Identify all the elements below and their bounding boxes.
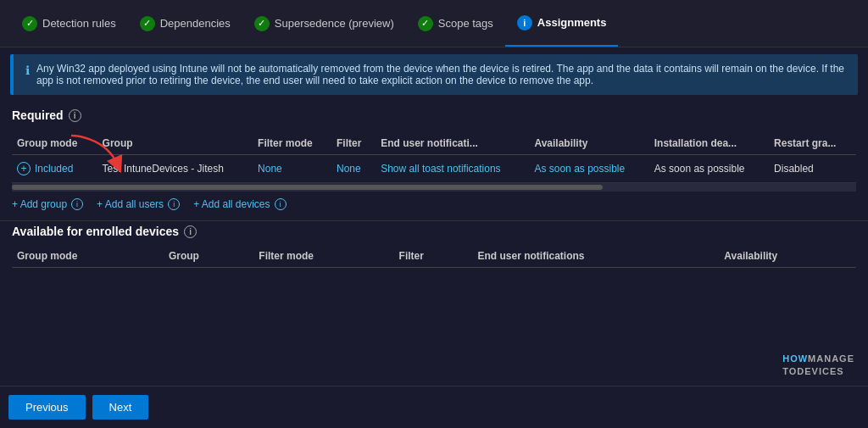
required-info-icon[interactable]: i bbox=[69, 109, 81, 122]
add-group-link[interactable]: + Add group i bbox=[12, 198, 83, 210]
table-row: + Included bbox=[12, 155, 856, 183]
cell-installation-deadline: As soon as possible bbox=[649, 155, 769, 183]
avail-col-group-mode: Group mode bbox=[12, 245, 164, 268]
add-group-info-icon[interactable]: i bbox=[71, 198, 83, 210]
banner-info-icon: ℹ bbox=[25, 64, 30, 86]
nav-label-detection: Detection rules bbox=[42, 17, 116, 30]
col-group-mode: Group mode bbox=[12, 132, 97, 155]
nav-label-assignments: Assignments bbox=[537, 16, 607, 29]
required-title-text: Required bbox=[12, 108, 64, 122]
available-section: Available for enrolled devices i Group m… bbox=[0, 220, 868, 270]
add-all-users-label: + Add all users bbox=[97, 198, 164, 210]
check-icon-dependencies: ✓ bbox=[140, 16, 155, 31]
col-availability: Availability bbox=[529, 132, 648, 155]
nav-item-assignments[interactable]: i Assignments bbox=[505, 0, 619, 47]
available-table: Group mode Group Filter mode Filter End … bbox=[12, 245, 856, 268]
available-section-title: Available for enrolled devices i bbox=[12, 225, 856, 238]
available-header-row: Group mode Group Filter mode Filter End … bbox=[12, 245, 856, 268]
required-table-container: Group mode Group Filter mode Filter End … bbox=[12, 132, 856, 183]
installation-deadline-value: As soon as possible bbox=[654, 163, 745, 175]
add-all-users-link[interactable]: + Add all users i bbox=[97, 198, 180, 210]
main-content: ℹ Any Win32 app deployed using Intune wi… bbox=[0, 47, 868, 428]
top-navigation: ✓ Detection rules ✓ Dependencies ✓ Super… bbox=[0, 0, 868, 47]
cell-group-value: Test IntuneDevices - Jitesh bbox=[103, 163, 224, 175]
nav-label-scope: Scope tags bbox=[438, 17, 493, 30]
watermark-devices: DEVICES bbox=[797, 366, 843, 376]
add-all-devices-link[interactable]: + Add all devices i bbox=[193, 198, 286, 210]
available-info-icon[interactable]: i bbox=[184, 225, 197, 238]
check-icon-supersedence: ✓ bbox=[254, 16, 270, 31]
nav-label-supersedence: Supersedence (preview) bbox=[275, 17, 394, 30]
cell-end-user-notif: Show all toast notifications bbox=[376, 155, 529, 183]
info-icon-assignments: i bbox=[517, 15, 532, 31]
required-section-title: Required i bbox=[12, 108, 856, 122]
add-devices-info-icon[interactable]: i bbox=[275, 198, 287, 210]
info-banner: ℹ Any Win32 app deployed using Intune wi… bbox=[10, 54, 858, 95]
col-filter: Filter bbox=[331, 132, 376, 155]
check-icon-scope: ✓ bbox=[418, 16, 433, 31]
cell-group-mode: + Included bbox=[12, 155, 97, 183]
required-table: Group mode Group Filter mode Filter End … bbox=[12, 132, 856, 183]
nav-item-detection-rules[interactable]: ✓ Detection rules bbox=[10, 0, 128, 47]
add-users-info-icon[interactable]: i bbox=[168, 198, 180, 210]
col-group: Group bbox=[97, 132, 253, 155]
watermark-manage: MANAGE bbox=[808, 353, 854, 364]
filter-mode-value[interactable]: None bbox=[258, 163, 282, 175]
avail-col-availability: Availability bbox=[719, 245, 856, 268]
col-end-user-notif: End user notificati... bbox=[376, 132, 529, 155]
nav-item-scope-tags[interactable]: ✓ Scope tags bbox=[406, 0, 505, 47]
col-restart-grace: Restart gra... bbox=[769, 132, 856, 155]
available-title-text: Available for enrolled devices bbox=[12, 225, 179, 238]
nav-label-dependencies: Dependencies bbox=[160, 17, 231, 30]
banner-text: Any Win32 app deployed using Intune will… bbox=[36, 63, 846, 86]
nav-item-dependencies[interactable]: ✓ Dependencies bbox=[128, 0, 242, 47]
avail-col-group: Group bbox=[164, 245, 253, 268]
cell-filter-mode: None bbox=[253, 155, 331, 183]
end-user-notif-value[interactable]: Show all toast notifications bbox=[381, 163, 500, 175]
col-filter-mode: Filter mode bbox=[253, 132, 331, 155]
nav-item-supersedence[interactable]: ✓ Supersedence (preview) bbox=[242, 0, 406, 47]
cell-group: Test IntuneDevices - Jitesh bbox=[97, 155, 253, 183]
add-all-devices-label: + Add all devices bbox=[193, 198, 270, 210]
avail-col-end-user-notif: End user notifications bbox=[472, 245, 719, 268]
footer: Previous Next bbox=[0, 386, 868, 428]
table-header-row: Group mode Group Filter mode Filter End … bbox=[12, 132, 856, 155]
add-links-row: + Add group i + Add all users i + Add al… bbox=[0, 192, 868, 217]
included-label[interactable]: Included bbox=[35, 163, 73, 175]
col-installation-deadline: Installation dea... bbox=[649, 132, 769, 155]
check-icon-detection: ✓ bbox=[22, 16, 37, 31]
cell-filter: None bbox=[331, 155, 376, 183]
availability-value[interactable]: As soon as possible bbox=[534, 163, 625, 175]
cell-availability: As soon as possible bbox=[529, 155, 648, 183]
watermark-how: HOW bbox=[782, 353, 808, 364]
table-scrollbar[interactable] bbox=[12, 183, 856, 192]
required-section: Required i bbox=[0, 102, 868, 132]
filter-value[interactable]: None bbox=[337, 163, 361, 175]
next-button[interactable]: Next bbox=[92, 395, 149, 420]
watermark-to: TO bbox=[782, 366, 797, 376]
previous-button[interactable]: Previous bbox=[8, 395, 86, 420]
watermark: HOWMANAGE TODEVICES bbox=[782, 353, 854, 377]
add-group-label: + Add group bbox=[12, 198, 67, 210]
avail-col-filter-mode: Filter mode bbox=[253, 245, 393, 268]
avail-col-filter: Filter bbox=[394, 245, 473, 268]
plus-circle-icon: + bbox=[17, 162, 31, 175]
scrollbar-thumb bbox=[12, 185, 603, 190]
restart-grace-value: Disabled bbox=[774, 163, 814, 175]
cell-restart-grace: Disabled bbox=[769, 155, 856, 183]
